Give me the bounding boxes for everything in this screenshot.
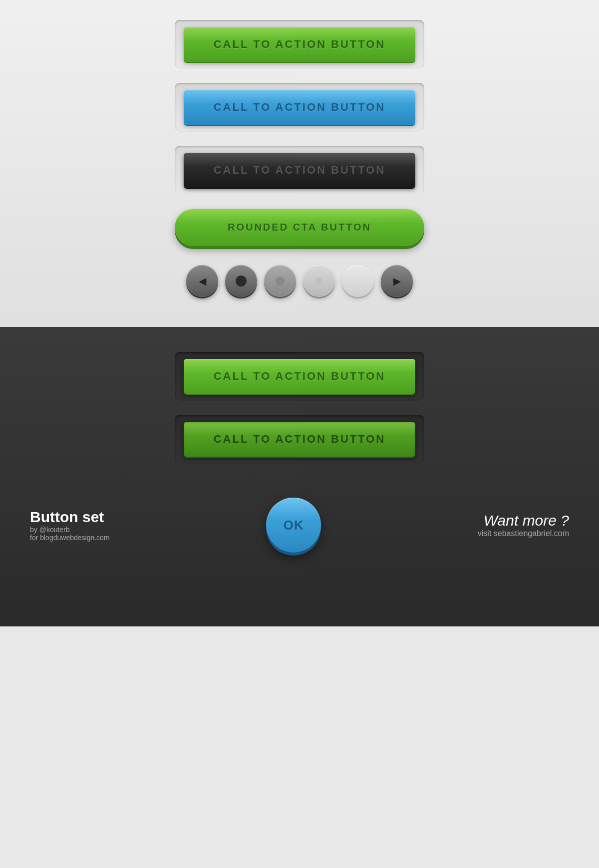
- dark-cta-button[interactable]: CALL TO ACTION BUTTON: [184, 153, 415, 188]
- green-cta-frame: CALL TO ACTION BUTTON: [175, 20, 424, 69]
- pagination-prev-button[interactable]: ◀: [186, 265, 218, 297]
- pagination-row: ◀ ▶: [186, 265, 413, 297]
- dark-green-cta-frame-1: CALL TO ACTION BUTTON: [175, 352, 424, 401]
- rounded-cta-wrapper: ROUNDED CTA BUTTON: [175, 209, 424, 246]
- dark-green-cta-frame-2: CALL TO ACTION BUTTON: [175, 415, 424, 464]
- branding-title: Button set: [30, 509, 110, 526]
- dark-section: CALL TO ACTION BUTTON CALL TO ACTION BUT…: [0, 327, 599, 626]
- dot-inner-medium: [276, 277, 285, 286]
- ok-button-container: OK: [266, 498, 321, 553]
- right-arrow-icon: ▶: [393, 275, 401, 287]
- dark-green-cta-button-2[interactable]: CALL TO ACTION BUTTON: [184, 422, 415, 457]
- green-cta-button[interactable]: CALL TO ACTION BUTTON: [184, 27, 415, 62]
- pagination-dot-3[interactable]: [303, 265, 335, 297]
- want-more-block: Want more ? visit sebastiengabriel.com: [478, 512, 569, 538]
- light-section: CALL TO ACTION BUTTON CALL TO ACTION BUT…: [0, 0, 599, 327]
- rounded-cta-button[interactable]: ROUNDED CTA BUTTON: [175, 209, 424, 246]
- dot-inner-light: [315, 278, 322, 285]
- want-more-title: Want more ?: [478, 512, 569, 529]
- blue-cta-button[interactable]: CALL TO ACTION BUTTON: [184, 90, 415, 125]
- bottom-info-row: Button set by @kouterb for blogduwebdesi…: [0, 488, 599, 563]
- pagination-dot-4[interactable]: [342, 265, 374, 297]
- dark-green-cta-button-1[interactable]: CALL TO ACTION BUTTON: [184, 359, 415, 394]
- blue-cta-frame: CALL TO ACTION BUTTON: [175, 83, 424, 132]
- branding-author: by @kouterb: [30, 526, 110, 534]
- ok-button[interactable]: OK: [266, 498, 321, 553]
- dot-inner-dark: [236, 276, 247, 287]
- pagination-dot-1[interactable]: [225, 265, 257, 297]
- branding-block: Button set by @kouterb for blogduwebdesi…: [30, 509, 110, 542]
- want-more-subtitle: visit sebastiengabriel.com: [478, 529, 569, 538]
- pagination-next-button[interactable]: ▶: [381, 265, 413, 297]
- left-arrow-icon: ◀: [199, 275, 206, 287]
- dark-cta-frame: CALL TO ACTION BUTTON: [175, 146, 424, 195]
- pagination-dot-2[interactable]: [264, 265, 296, 297]
- branding-website: for blogduwebdesign.com: [30, 534, 110, 542]
